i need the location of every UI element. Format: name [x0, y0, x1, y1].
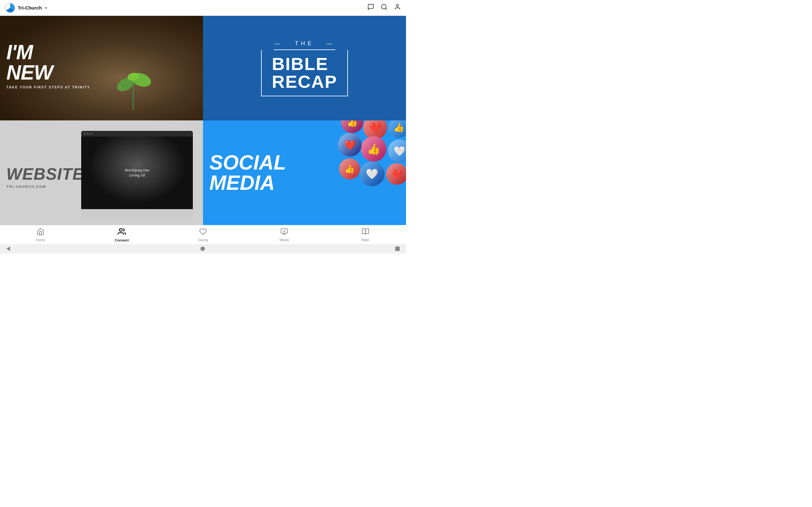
svg-point-0 [382, 4, 386, 9]
bible-recap-box: BIBLE RECAP [261, 49, 348, 96]
nav-item-media[interactable]: Media [244, 228, 325, 242]
laptop-screen-bar [81, 131, 193, 136]
plant-illustration [114, 59, 152, 110]
giving-icon [199, 228, 207, 237]
back-button[interactable] [6, 246, 10, 251]
media-icon [281, 228, 288, 237]
nav-label-media: Media [280, 238, 289, 242]
nav-label-connect: Connect [115, 238, 129, 242]
laptop-screen-text: Worshiping One Loving All [125, 168, 149, 178]
nav-label-bible: Bible [362, 238, 369, 242]
im-new-title-line2: NEW [6, 62, 90, 83]
laptop-screen: Worshiping One Loving All [81, 131, 193, 209]
nav-label-giving: Giving [198, 238, 208, 242]
bible-recap-content: — THE — BIBLE RECAP [203, 16, 406, 120]
chevron-down-icon[interactable]: ▾ [45, 6, 47, 10]
like-bubble-3: 👍 [341, 120, 363, 133]
im-new-card[interactable]: I'M NEW TAKE YOUR FIRST STEPS AT TRINITY [0, 16, 203, 120]
screen-dot-3 [90, 133, 92, 135]
chat-icon[interactable] [367, 3, 374, 12]
laptop-mockup: Worshiping One Loving All [81, 131, 193, 220]
heart-bubble-2: 🤍 [388, 139, 406, 162]
svg-line-1 [386, 8, 387, 9]
bottom-navigation: Home Connect Giving [0, 225, 406, 244]
svg-point-2 [396, 4, 398, 7]
home-icon [37, 228, 44, 237]
bible-recap-title-line1: BIBLE [272, 55, 337, 73]
search-icon[interactable] [380, 3, 388, 12]
nav-label-home: Home [36, 238, 45, 242]
like-bubble-4: 👍 [339, 158, 360, 179]
im-new-title-line1: I'M [6, 42, 90, 62]
im-new-subtitle: TAKE YOUR FIRST STEPS AT TRINITY [6, 85, 90, 89]
app-name[interactable]: Tri-Church [18, 5, 42, 10]
system-bar [0, 244, 406, 253]
nav-item-home[interactable]: Home [0, 228, 81, 242]
social-media-title-line2: MEDIA [209, 173, 286, 193]
user-icon[interactable] [394, 3, 401, 12]
app-header: Tri-Church ▾ [0, 0, 406, 16]
nav-item-connect[interactable]: Connect [81, 228, 162, 242]
website-title: WEBSITE [6, 164, 84, 183]
like-bubble-2: 👍 [361, 136, 386, 162]
laptop-screen-content: Worshiping One Loving All [81, 136, 193, 209]
app-logo[interactable] [5, 3, 15, 13]
nav-item-bible[interactable]: Bible [325, 228, 406, 242]
svg-point-7 [119, 228, 122, 231]
bible-recap-the: — THE — [274, 40, 335, 47]
website-text-block: WEBSITE TRI-CHURCH.COM [6, 164, 84, 188]
website-url: TRI-CHURCH.COM [6, 185, 84, 188]
header-actions [367, 3, 401, 12]
website-card[interactable]: WEBSITE TRI-CHURCH.COM Worshiping One Lo… [0, 120, 203, 225]
like-bubble-1: 👍 [389, 120, 406, 138]
social-media-title-line1: SOCIAL [209, 153, 286, 173]
svg-marker-11 [284, 230, 286, 232]
social-media-text-block: SOCIAL MEDIA [209, 153, 286, 193]
laptop-base [81, 209, 193, 220]
main-grid: I'M NEW TAKE YOUR FIRST STEPS AT TRINITY… [0, 16, 406, 225]
home-button[interactable] [200, 246, 205, 251]
heart-bubble-4: 🤍 [360, 162, 385, 186]
heart-bubble-5: ❤️ [338, 133, 362, 157]
social-icons-pile: 👍 ❤️ 🤍 👍 ❤️ 🤍 👍 ❤️ 👍 [291, 120, 406, 225]
bible-recap-card[interactable]: — THE — BIBLE RECAP [203, 16, 406, 120]
connect-icon [118, 228, 126, 238]
screen-dot-2 [87, 133, 89, 135]
header-left: Tri-Church ▾ [5, 3, 367, 13]
nav-item-giving[interactable]: Giving [162, 228, 244, 242]
recents-button[interactable] [395, 246, 400, 251]
bible-recap-title-line2: RECAP [272, 73, 337, 91]
social-media-card[interactable]: SOCIAL MEDIA 👍 ❤️ 🤍 👍 ❤️ 🤍 👍 ❤️ 👍 [203, 120, 406, 225]
heart-bubble-3: ❤️ [386, 163, 406, 185]
im-new-text-block: I'M NEW TAKE YOUR FIRST STEPS AT TRINITY [6, 42, 90, 89]
bible-icon [362, 228, 369, 237]
screen-dot-1 [84, 133, 86, 135]
